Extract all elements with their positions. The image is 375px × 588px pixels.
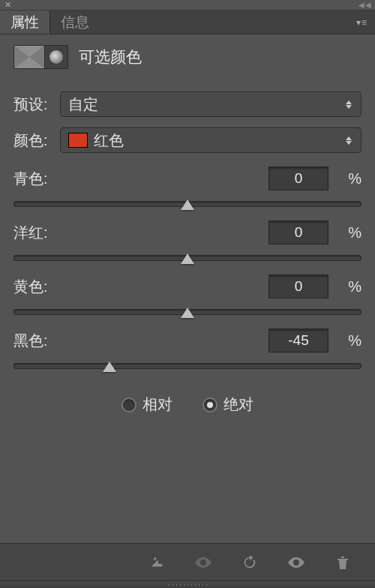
magenta-input[interactable] [268,220,328,244]
black-input[interactable] [268,328,328,352]
slider-black: 黑色: % [14,328,362,369]
slider-thumb[interactable] [103,362,116,372]
adjustment-header: 可选颜色 [0,34,375,76]
color-row: 颜色: 红色 [14,128,362,153]
slider-label: 黑色: [14,331,268,351]
adjustment-icon-group [14,45,68,69]
slider-magenta: 洋红: % [14,220,362,261]
preset-select[interactable]: 自定 [60,92,362,117]
updown-icon [344,136,353,145]
adjustment-title: 可选颜色 [79,46,142,68]
mode-radio-group: 相对 绝对 [14,394,362,415]
slider-label: 洋红: [14,223,268,243]
panel-topbar: ✕ ◀◀ [0,0,375,10]
color-select[interactable]: 红色 [60,128,362,153]
radio-label: 绝对 [224,394,254,415]
radio-label: 相对 [142,394,172,415]
panel-footer [0,543,375,580]
panel-body: 预设: 自定 颜色: 红色 青色: % [0,76,375,543]
cyan-slider-track[interactable] [14,201,362,207]
resize-grip[interactable] [0,580,375,588]
preset-value: 自定 [68,94,98,115]
mask-icon[interactable] [44,45,68,69]
color-value: 红色 [94,130,124,151]
slider-cyan: 青色: % [14,166,362,207]
radio-relative[interactable]: 相对 [122,394,172,415]
delete-button[interactable] [320,548,366,578]
color-label: 颜色: [14,130,57,151]
preset-row: 预设: 自定 [14,92,362,117]
pct-label: % [334,278,362,296]
tab-info[interactable]: 信息 [50,10,100,34]
tab-properties[interactable]: 属性 [0,10,50,34]
updown-icon [344,100,353,109]
pct-label: % [334,224,362,242]
clip-to-layer-button[interactable] [134,548,180,578]
slider-thumb[interactable] [181,254,194,264]
slider-label: 黄色: [14,277,268,297]
reset-button[interactable] [226,548,273,578]
visibility-button[interactable] [273,548,320,578]
preset-label: 预设: [14,94,57,115]
pct-label: % [334,332,362,350]
cyan-input[interactable] [268,166,328,190]
close-icon[interactable]: ✕ [4,0,11,10]
yellow-slider-track[interactable] [14,309,362,315]
radio-icon [122,398,136,412]
view-previous-button[interactable] [180,548,226,578]
radio-absolute[interactable]: 绝对 [202,394,254,415]
slider-label: 青色: [14,169,268,189]
tab-row: 属性 信息 ▾≡ [0,10,375,34]
black-slider-track[interactable] [14,363,362,369]
slider-yellow: 黄色: % [14,274,362,315]
slider-thumb[interactable] [181,200,194,210]
properties-panel: ✕ ◀◀ 属性 信息 ▾≡ 可选颜色 预设: 自定 颜色: 红色 [0,0,375,588]
collapse-icon[interactable]: ◀◀ [358,1,372,9]
pct-label: % [334,170,362,188]
color-swatch [68,133,88,148]
radio-icon [202,398,218,412]
panel-menu-icon[interactable]: ▾≡ [349,10,375,34]
magenta-slider-track[interactable] [14,255,362,261]
yellow-input[interactable] [268,274,328,298]
selective-color-icon [14,45,45,69]
slider-thumb[interactable] [181,308,194,318]
